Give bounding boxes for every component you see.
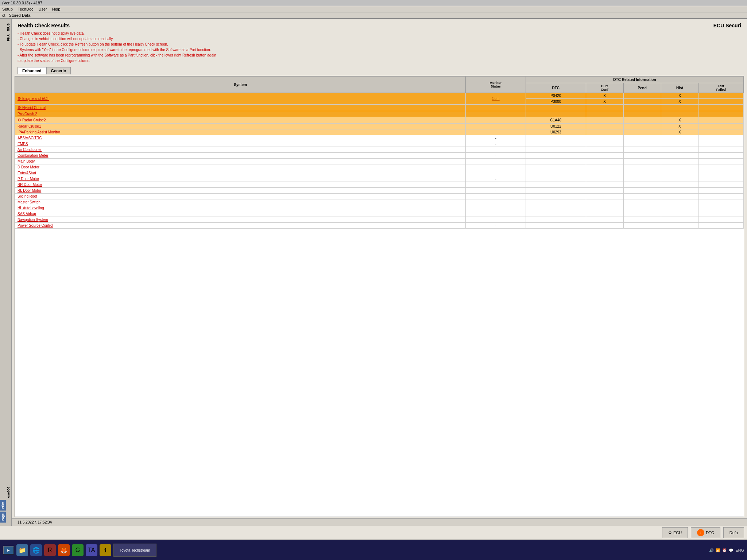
system-cell[interactable]: EMPS	[15, 141, 466, 147]
health-notes: - Health Check does not display live dat…	[18, 31, 741, 63]
system-cell[interactable]: Pre-Crash 2	[15, 111, 466, 117]
print-button[interactable]: Print	[0, 500, 6, 511]
taskbar-icon-fox[interactable]: 🦊	[58, 544, 70, 556]
table-row: ⚙ Radar Cruise2C1A40X	[15, 117, 744, 124]
tab-enhanced[interactable]: Enhanced	[18, 67, 46, 74]
tray-icon-network[interactable]: 📶	[716, 548, 720, 552]
system-cell[interactable]: D Door Motor	[15, 164, 466, 170]
ecu-button[interactable]: ⚙ ECU	[662, 527, 688, 538]
note-4: - Systems with "Yes" in the Configure co…	[18, 47, 741, 52]
note-3: - To update Health Check, click the Refr…	[18, 42, 741, 47]
system-cell[interactable]: Main Body	[15, 159, 466, 164]
table-row: IPA/Parking Assist MonitorU0293X	[15, 129, 744, 135]
table-row: SAS Airbag	[15, 211, 744, 217]
taskbar-folder-icon[interactable]: 📁	[16, 544, 28, 556]
test-failed-cell	[698, 153, 744, 159]
dtc-code-cell: P3000	[526, 99, 586, 105]
monitor-status-cell	[466, 205, 526, 211]
system-cell[interactable]: Radar Cruise1	[15, 124, 466, 129]
hist-cell	[661, 211, 698, 217]
title-bar: (Ver 16.30.013) - 4187	[0, 0, 747, 6]
system-cell[interactable]: Sliding Roof	[15, 194, 466, 199]
page-button[interactable]: Page	[0, 512, 6, 523]
curr-conf-cell	[586, 205, 623, 211]
taskbar-ie-icon[interactable]: 🌐	[30, 544, 42, 556]
th-system: System	[15, 77, 466, 93]
start-button[interactable]: ►	[3, 546, 14, 555]
system-cell[interactable]: Power Source Control	[15, 223, 466, 229]
hist-cell	[661, 153, 698, 159]
system-cell[interactable]: IPA/Parking Assist Monitor	[15, 129, 466, 135]
tray-icon-sound[interactable]: 🔊	[709, 548, 713, 552]
curr-conf-cell	[586, 217, 623, 223]
pend-cell	[623, 182, 661, 188]
table-row: Master Switch	[15, 199, 744, 205]
dtc-code-cell	[526, 159, 586, 164]
content-area: Health Check Results - Health Check does…	[12, 19, 747, 526]
defa-button[interactable]: Defa	[723, 527, 744, 538]
monitor-status-cell: -	[466, 223, 526, 229]
menu-user[interactable]: User	[39, 7, 47, 11]
monitor-status-cell[interactable]: Com	[466, 93, 526, 105]
monitor-status-cell: -	[466, 188, 526, 194]
tray-icon-notifications[interactable]: 💬	[729, 548, 733, 552]
system-cell[interactable]: P Door Motor	[15, 176, 466, 182]
th-pend: Pend	[623, 83, 661, 93]
system-cell[interactable]: SAS Airbag	[15, 211, 466, 217]
dtc-code-cell: C1A40	[526, 117, 586, 124]
menu-techdoc[interactable]: TechDoc	[18, 7, 34, 11]
taskbar-icon-info[interactable]: ℹ	[100, 544, 111, 556]
system-cell[interactable]: HL AutoLeveling	[15, 205, 466, 211]
hist-cell	[661, 205, 698, 211]
system-cell[interactable]: Combination Meter	[15, 153, 466, 159]
system-cell[interactable]: ABS/VSC/TRC	[15, 135, 466, 141]
system-cell[interactable]: Navigation System	[15, 217, 466, 223]
test-failed-cell	[698, 111, 744, 117]
table-row: Power Source Control-	[15, 223, 744, 229]
system-cell[interactable]: ⚙ Radar Cruise2	[15, 117, 466, 124]
system-cell[interactable]: Entry&Start	[15, 170, 466, 176]
taskbar-icon-r[interactable]: R	[44, 544, 56, 556]
pend-cell	[623, 164, 661, 170]
health-title: Health Check Results	[18, 23, 741, 28]
system-cell[interactable]: ⚙ Hybrid Control	[15, 105, 466, 111]
monitor-status-cell: -	[466, 153, 526, 159]
system-cell[interactable]: RL Door Motor	[15, 188, 466, 194]
system-cell[interactable]: ⚙ Engine and ECT	[15, 93, 466, 105]
taskbar-app-button[interactable]: Toyota Techstream	[113, 544, 156, 557]
pend-cell	[623, 176, 661, 182]
taskbar-icon-ta[interactable]: TA	[86, 544, 97, 556]
dtc-code-cell	[526, 164, 586, 170]
system-cell[interactable]: RR Door Motor	[15, 182, 466, 188]
menu-setup[interactable]: Setup	[2, 7, 13, 11]
dtc-code-cell	[526, 194, 586, 199]
gear-icon: ⚙	[18, 96, 22, 101]
pend-cell	[623, 111, 661, 117]
test-failed-cell	[698, 117, 744, 124]
hist-cell	[661, 194, 698, 199]
menu-help[interactable]: Help	[52, 7, 61, 11]
th-test-failed: TestFailed	[698, 83, 744, 93]
toolbar-stored-data[interactable]: Stored Data	[9, 13, 31, 18]
table-container[interactable]: System MonitorStatus DTC Related Informa…	[15, 76, 744, 517]
note-1: - Health Check does not display live dat…	[18, 31, 741, 36]
dtc-button[interactable]: ! DTC	[691, 527, 720, 538]
monitor-status-cell	[466, 211, 526, 217]
taskbar-icon-g[interactable]: G	[72, 544, 84, 556]
test-failed-cell	[698, 129, 744, 135]
curr-conf-cell	[586, 124, 623, 129]
th-monitor-status: MonitorStatus	[466, 77, 526, 93]
system-cell[interactable]: Master Switch	[15, 199, 466, 205]
sidebar-pha: PHA	[0, 34, 11, 42]
table-row: Pre-Crash 2	[15, 111, 744, 117]
curr-conf-cell	[586, 159, 623, 164]
title-text: (Ver 16.30.013) - 4187	[2, 1, 42, 5]
curr-conf-cell	[586, 141, 623, 147]
ecu-dtc-bar: ⚙ ECU ! DTC Defa	[0, 526, 747, 540]
curr-conf-cell	[586, 182, 623, 188]
toolbar-ct[interactable]: ct	[2, 13, 5, 18]
tab-generic[interactable]: Generic	[46, 67, 71, 74]
hist-cell	[661, 147, 698, 153]
system-cell[interactable]: Air Conditioner	[15, 147, 466, 153]
curr-conf-cell	[586, 211, 623, 217]
